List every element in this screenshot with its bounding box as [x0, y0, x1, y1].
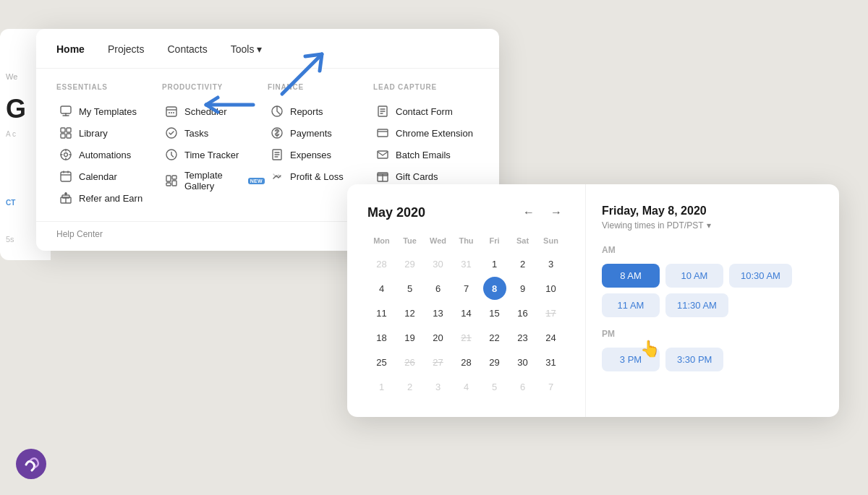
cal-cell-3[interactable]: 3: [427, 375, 450, 398]
cal-cell-19[interactable]: 19: [399, 326, 422, 349]
cal-cell-4[interactable]: 4: [455, 375, 478, 398]
cal-cell-6[interactable]: 6: [511, 375, 535, 398]
receipt-icon: [271, 148, 284, 161]
cal-cell-25[interactable]: 25: [370, 350, 393, 374]
left-we-text: We: [6, 72, 17, 81]
nav-tools[interactable]: Tools ▾: [231, 42, 263, 56]
nav-contacts[interactable]: Contacts: [167, 42, 207, 56]
timezone-label: Viewing times in PDT/PST: [602, 220, 704, 231]
cal-cell-31[interactable]: 31: [455, 252, 478, 275]
menu-item-batch-emails[interactable]: Batch Emails: [373, 145, 479, 165]
cal-cell-1[interactable]: 1: [370, 375, 393, 398]
payments-label: Payments: [290, 128, 332, 139]
cal-cell-14[interactable]: 14: [455, 301, 478, 324]
menu-item-library[interactable]: Library: [56, 123, 162, 143]
dollar-icon: [271, 126, 284, 139]
giftcard-icon: [376, 170, 389, 183]
menu-item-refer[interactable]: Refer and Earn: [56, 188, 162, 208]
calendar-nav: ← →: [520, 205, 565, 220]
expenses-label: Expenses: [290, 150, 331, 160]
cal-cell-24[interactable]: 24: [540, 326, 563, 349]
grid-icon: [59, 126, 72, 139]
cal-cell-29[interactable]: 29: [483, 350, 506, 374]
prev-month-button[interactable]: ←: [520, 205, 537, 220]
time-slot-am-3[interactable]: 11 AM: [602, 293, 660, 317]
menu-item-calendar[interactable]: Calendar: [56, 166, 162, 186]
mail-icon: [376, 148, 389, 161]
cal-cell-29[interactable]: 29: [399, 252, 422, 275]
cal-cell-1[interactable]: 1: [483, 252, 506, 275]
cal-cell-27[interactable]: 27: [427, 350, 450, 374]
arrows-icon: [271, 170, 284, 183]
cal-cell-7[interactable]: 7: [455, 277, 478, 300]
cal-cell-28[interactable]: 28: [455, 350, 478, 374]
menu-item-gift-cards[interactable]: Gift Cards: [373, 166, 479, 186]
cal-cell-3[interactable]: 3: [540, 252, 563, 275]
cal-cell-8[interactable]: 8: [483, 277, 506, 300]
week-row-0: 28293031123: [367, 252, 565, 275]
cal-cell-6[interactable]: 6: [427, 277, 450, 300]
cal-cell-16[interactable]: 16: [511, 301, 535, 324]
cal-cell-4[interactable]: 4: [370, 277, 393, 300]
nav-projects[interactable]: Projects: [108, 42, 145, 56]
cal-cell-18[interactable]: 18: [370, 326, 393, 349]
cal-cell-26[interactable]: 26: [399, 350, 422, 374]
cal-cell-30[interactable]: 30: [427, 252, 450, 275]
menu-item-my-templates[interactable]: My Templates: [56, 101, 162, 121]
cal-cell-9[interactable]: 9: [511, 277, 535, 300]
template-icon: [59, 105, 72, 118]
left-ac-text: A c: [6, 130, 16, 138]
scheduler-icon: [165, 105, 178, 118]
cal-cell-2[interactable]: 2: [511, 252, 535, 275]
automations-label: Automations: [79, 150, 131, 160]
cal-cell-23[interactable]: 23: [511, 326, 535, 349]
next-month-button[interactable]: →: [548, 205, 565, 220]
am-label: AM: [602, 245, 823, 255]
time-slot-am-0[interactable]: 8 AM: [602, 264, 660, 288]
timezone-chevron: ▾: [707, 220, 711, 231]
menu-item-template-gallery[interactable]: Template Gallery NEW: [162, 166, 268, 195]
cal-cell-10[interactable]: 10: [540, 277, 563, 300]
svg-rect-18: [172, 181, 176, 186]
menu-item-reports[interactable]: Reports: [268, 101, 373, 121]
cal-cell-31[interactable]: 31: [540, 350, 563, 374]
cal-cell-22[interactable]: 22: [483, 326, 506, 349]
svg-point-14: [166, 128, 176, 138]
time-slot-pm-1[interactable]: 3:30 PM: [665, 348, 723, 371]
gift-cards-label: Gift Cards: [396, 171, 438, 182]
week-row-5: 1234567: [367, 375, 565, 398]
nav-home[interactable]: Home: [56, 42, 85, 56]
cal-cell-2[interactable]: 2: [399, 375, 422, 398]
cal-cell-12[interactable]: 12: [399, 301, 422, 324]
help-center-link[interactable]: Help Center: [56, 229, 103, 239]
cal-cell-5[interactable]: 5: [483, 375, 506, 398]
cal-cell-15[interactable]: 15: [483, 301, 506, 324]
cal-cell-17[interactable]: 17: [540, 301, 563, 324]
menu-item-automations[interactable]: Automations: [56, 145, 162, 165]
menu-item-chrome-ext[interactable]: Chrome Extension: [373, 123, 479, 143]
cal-cell-13[interactable]: 13: [427, 301, 450, 324]
cal-cell-7[interactable]: 7: [540, 375, 563, 398]
refer-label: Refer and Earn: [79, 193, 142, 204]
my-templates-label: My Templates: [79, 106, 137, 117]
week-row-3: 18192021222324: [367, 326, 565, 349]
cal-cell-28[interactable]: 28: [370, 252, 393, 275]
menu-item-profit-loss[interactable]: Profit & Loss: [268, 166, 373, 186]
cal-cell-30[interactable]: 30: [511, 350, 535, 374]
menu-item-expenses[interactable]: Expenses: [268, 145, 373, 165]
menu-item-time-tracker[interactable]: Time Tracker: [162, 145, 268, 165]
cal-cell-20[interactable]: 20: [427, 326, 450, 349]
menu-item-tasks[interactable]: Tasks: [162, 123, 268, 143]
day-wed: Wed: [424, 233, 452, 248]
week-row-4: 25262728293031: [367, 350, 565, 374]
cal-cell-21[interactable]: 21: [455, 326, 478, 349]
time-slot-am-2[interactable]: 10:30 AM: [729, 264, 792, 288]
menu-item-payments[interactable]: Payments: [268, 123, 373, 143]
menu-item-contact-form[interactable]: Contact Form: [373, 101, 479, 121]
time-slot-am-4[interactable]: 11:30 AM: [665, 293, 728, 317]
timezone-selector[interactable]: Viewing times in PDT/PST ▾: [602, 220, 823, 231]
svg-point-28: [16, 449, 46, 479]
cal-cell-5[interactable]: 5: [399, 277, 422, 300]
cal-cell-11[interactable]: 11: [370, 301, 393, 324]
time-slot-am-1[interactable]: 10 AM: [665, 264, 723, 288]
